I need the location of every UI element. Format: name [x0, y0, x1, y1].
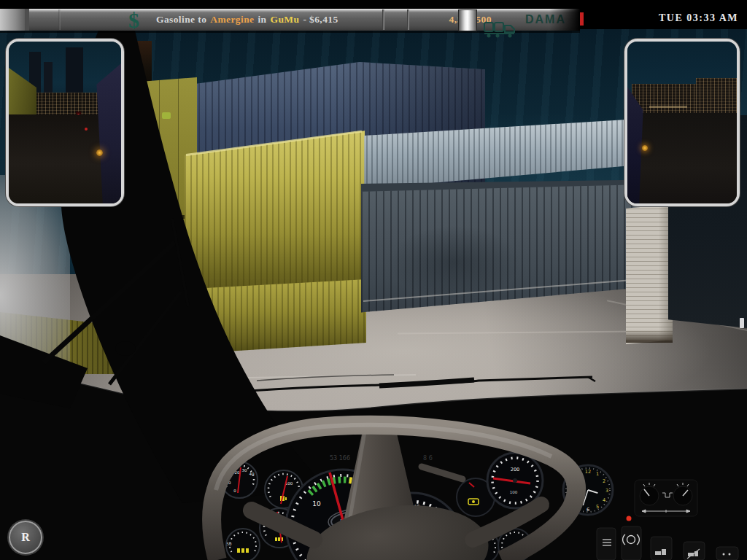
game-screen: 53 166 8 6 -10 0 20 30 40 100: [0, 0, 747, 560]
switch-aux[interactable]: [716, 547, 738, 560]
trailer-load-panel: [635, 480, 697, 516]
money-dollar-icon: $: [128, 8, 139, 33]
svg-text:0: 0: [233, 489, 236, 493]
job-payment: - $6,415: [303, 14, 338, 26]
svg-text:200: 200: [511, 467, 519, 472]
mirror-arm-joint: [115, 341, 136, 356]
bar-divider: [407, 9, 409, 30]
reverse-radio-button[interactable]: R: [9, 521, 42, 554]
game-clock-text: TUE 03:33 AM: [659, 12, 738, 24]
svg-text:4: 4: [603, 497, 605, 503]
red-tick-indicator: [580, 12, 584, 26]
job-prefix: Gasoline to: [156, 14, 206, 26]
switch-axle[interactable]: [684, 542, 705, 560]
svg-text:100: 100: [510, 490, 518, 494]
mirror-lit-strip: [649, 106, 687, 108]
mirror-amber-lamp: [96, 149, 103, 156]
bar-left-cap: [0, 9, 25, 31]
bar-slider-handle[interactable]: [458, 9, 477, 31]
mirror-ground: [627, 113, 737, 203]
job-city: GuMu: [271, 14, 300, 26]
svg-text:12: 12: [585, 469, 591, 475]
left-mirror-view: [9, 42, 121, 203]
mirror-tail-light: [85, 128, 88, 131]
bar-divider: [58, 9, 61, 30]
svg-text:2: 2: [603, 478, 605, 484]
hud-top-bar: $ Gasoline to Amergine in GuMu - $6,415 …: [0, 9, 580, 31]
axle-icon: [237, 548, 249, 553]
svg-text:3: 3: [605, 488, 608, 494]
bar-cap-edge: [25, 9, 29, 31]
switch-lights[interactable]: [597, 528, 616, 560]
right-mirror: [624, 39, 740, 206]
svg-text:1: 1: [596, 471, 599, 477]
svg-text:6: 6: [587, 507, 589, 513]
mirror-amber-lamp: [642, 145, 648, 151]
svg-text:10: 10: [312, 500, 321, 508]
bar-divider: [382, 9, 384, 30]
svg-text:50: 50: [227, 542, 232, 546]
switch-trailer[interactable]: [651, 537, 672, 560]
bar-right-fade: [549, 9, 580, 31]
job-connector: in: [258, 14, 266, 26]
svg-text:5: 5: [596, 504, 599, 510]
svg-text:40: 40: [249, 472, 255, 476]
svg-text:30: 30: [242, 468, 247, 472]
odometer-display-2: 8 6: [423, 455, 433, 462]
current-job-text: Gasoline to Amergine in GuMu - $6,415: [156, 9, 338, 31]
job-destination: Amergine: [210, 14, 254, 26]
red-indicator-led: [627, 516, 632, 521]
left-mir ror: [6, 39, 124, 206]
odometer-display: 53 166: [330, 455, 350, 462]
axle-gauge: 50: [226, 529, 260, 560]
right-mirror-view: [627, 42, 737, 203]
truck-trailer-damage-icon: [483, 20, 519, 39]
mirror-building: [696, 78, 737, 113]
